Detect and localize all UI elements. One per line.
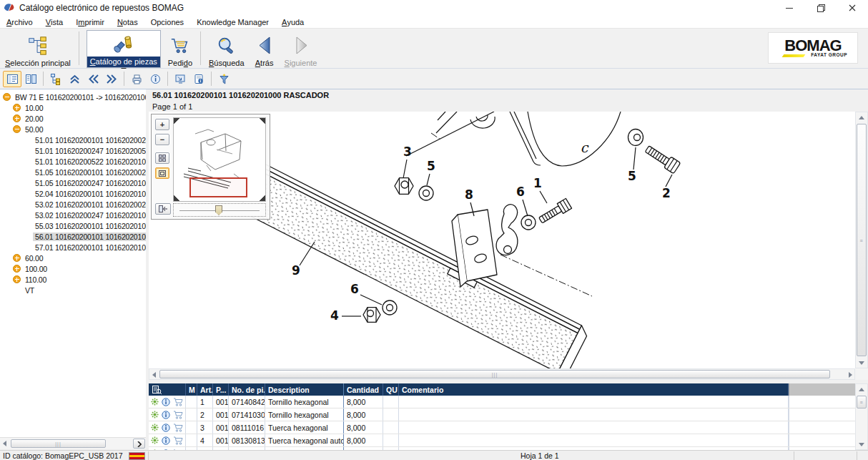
- tile-view-button[interactable]: [155, 152, 169, 164]
- collapse-all-button[interactable]: [65, 71, 84, 87]
- part-info-icon[interactable]: [162, 424, 170, 432]
- zoom-in-button[interactable]: +: [155, 119, 169, 130]
- part-info-icon[interactable]: [162, 411, 170, 419]
- order-button[interactable]: Pedido: [163, 30, 197, 67]
- restore-button[interactable]: [805, 0, 837, 16]
- zoom-slider[interactable]: [173, 203, 266, 217]
- column-header-description[interactable]: Description: [265, 383, 344, 396]
- tree-node[interactable]: 20.00: [0, 113, 146, 124]
- add-to-cart-icon[interactable]: [173, 411, 183, 419]
- tree-node[interactable]: 110.00: [0, 274, 146, 285]
- column-header-cantidad[interactable]: Cantidad: [344, 383, 383, 396]
- viewport-selection-rectangle[interactable]: [189, 177, 247, 197]
- part-info-icon[interactable]: [162, 398, 170, 406]
- column-header-comentario[interactable]: Comentario: [399, 383, 789, 396]
- tree-node[interactable]: 60.00: [0, 253, 146, 263]
- drawing-canvas[interactable]: 3586152964c + −: [149, 112, 855, 368]
- expand-toggle-icon[interactable]: [13, 104, 21, 112]
- tree-node[interactable]: 57.01 101620200101 101620201000: [0, 242, 146, 253]
- spain-flag-icon[interactable]: [129, 452, 145, 460]
- column-header-p[interactable]: P...: [213, 383, 229, 396]
- add-to-cart-icon[interactable]: [173, 424, 183, 432]
- menu-item-opciones[interactable]: Opciones: [144, 16, 190, 28]
- scroll-up-icon[interactable]: [859, 116, 864, 119]
- zoom-slider-thumb[interactable]: [215, 205, 222, 215]
- table-row[interactable]: 200107141030Tornillo hexagonal8,000: [149, 408, 855, 421]
- menu-item-archivo[interactable]: Archivo: [0, 16, 39, 28]
- column-header-actions[interactable]: [149, 383, 186, 396]
- parts-catalog-button[interactable]: Catálogo de piezas: [87, 30, 161, 68]
- tree-node[interactable]: 51.05 101620200101 101620200246: [0, 167, 146, 177]
- tree-node[interactable]: 10.00: [0, 102, 146, 113]
- back-button[interactable]: Atrás: [250, 30, 280, 67]
- tree-node[interactable]: 56.01 101620200101 101620201000: [0, 231, 146, 242]
- scroll-right-icon[interactable]: [849, 372, 852, 378]
- menu-item-knowledge-manager[interactable]: Knowledge Manager: [190, 16, 275, 28]
- column-header-m[interactable]: M: [186, 383, 197, 396]
- filter-button[interactable]: [214, 71, 233, 87]
- column-header-qu[interactable]: QU: [383, 383, 399, 396]
- menu-item-vista[interactable]: Vista: [39, 16, 69, 28]
- table-vscroll-thumb[interactable]: ≡: [857, 396, 867, 408]
- forward-button[interactable]: Siguiente: [280, 30, 322, 67]
- expand-toggle-icon[interactable]: [13, 265, 21, 273]
- catalog-info-button[interactable]: [189, 71, 208, 87]
- tree-node[interactable]: 50.00: [0, 124, 146, 134]
- canvas-vscroll-thumb[interactable]: ≡: [857, 124, 867, 356]
- tree-scroll-right-button[interactable]: [133, 439, 145, 449]
- minimize-button[interactable]: [774, 0, 805, 16]
- thumbnail-view[interactable]: [173, 117, 266, 202]
- edit-gear-icon[interactable]: [151, 398, 159, 406]
- scroll-left-icon[interactable]: [3, 441, 6, 446]
- tree-node[interactable]: 51.01 101620200247 101620200521: [0, 145, 146, 156]
- collapse-toggle-icon[interactable]: [3, 93, 11, 101]
- scroll-left-icon[interactable]: [152, 372, 156, 378]
- menu-item-imprimir[interactable]: Imprimir: [69, 16, 111, 28]
- edit-gear-icon[interactable]: [151, 424, 159, 431]
- add-to-cart-icon[interactable]: [173, 436, 183, 445]
- edit-gear-icon[interactable]: [151, 436, 159, 444]
- fit-view-button[interactable]: [155, 167, 169, 179]
- tree-node[interactable]: 53.02 101620200101 101620200246: [0, 199, 146, 210]
- next-page-button[interactable]: [102, 71, 121, 87]
- tree-node[interactable]: 53.02 101620200247 101620201000: [0, 210, 146, 220]
- export-view-button[interactable]: [171, 71, 189, 87]
- tree-node[interactable]: BW 71 E 101620200101 -> 101620201000: [0, 92, 146, 102]
- search-button[interactable]: Búsqueda: [204, 30, 250, 67]
- tree-node[interactable]: 51.01 101620200522 101620201000: [0, 156, 146, 167]
- zoom-out-button[interactable]: −: [155, 134, 169, 145]
- parts-list-view-button[interactable]: [3, 71, 21, 87]
- scroll-down-icon[interactable]: [859, 361, 864, 365]
- column-header-no-de-pi[interactable]: No. de pi...: [229, 383, 265, 396]
- tree-scrollbar-thumb[interactable]: |||: [11, 439, 106, 448]
- tree-node[interactable]: VT: [0, 285, 146, 295]
- expand-toggle-icon[interactable]: [13, 254, 21, 262]
- tree-node[interactable]: 52.04 101620200101 101620201000: [0, 188, 146, 199]
- detail-view-button[interactable]: [21, 71, 40, 87]
- add-to-cart-icon[interactable]: [173, 398, 183, 406]
- expand-toggle-icon[interactable]: [13, 275, 21, 283]
- menu-item-ayuda[interactable]: Ayuda: [275, 16, 310, 28]
- tree-node[interactable]: 51.01 101620200101 101620200246: [0, 134, 146, 145]
- expand-toggle-icon[interactable]: [13, 114, 21, 122]
- main-selection-button[interactable]: Selección principal: [0, 30, 76, 67]
- part-info-icon[interactable]: [162, 436, 170, 445]
- collapse-toggle-icon[interactable]: [13, 125, 21, 133]
- table-row[interactable]: 400108130813Tuerca hexagonal autofrer8,0…: [149, 434, 855, 447]
- previous-page-button[interactable]: [84, 71, 102, 87]
- edit-gear-icon[interactable]: [151, 411, 159, 419]
- tree-view-button[interactable]: [46, 71, 65, 87]
- dock-panel-button[interactable]: [155, 203, 171, 215]
- tree-node[interactable]: 100.00: [0, 263, 146, 274]
- print-button[interactable]: [127, 71, 146, 87]
- scroll-down-icon[interactable]: [859, 443, 864, 446]
- close-button[interactable]: [837, 0, 868, 16]
- tree-node[interactable]: 55.03 101620200101 101620201000: [0, 220, 146, 231]
- column-header-art[interactable]: Art.: [197, 383, 213, 396]
- canvas-hscroll-thumb[interactable]: |||: [159, 370, 830, 378]
- tree-node[interactable]: 51.05 101620200247 101620201000: [0, 177, 146, 188]
- info-button[interactable]: [146, 71, 164, 87]
- menu-item-notas[interactable]: Notas: [111, 16, 144, 28]
- scroll-up-icon[interactable]: [859, 388, 864, 391]
- table-row[interactable]: 300108111016Tuerca hexagonal8,000: [149, 421, 855, 434]
